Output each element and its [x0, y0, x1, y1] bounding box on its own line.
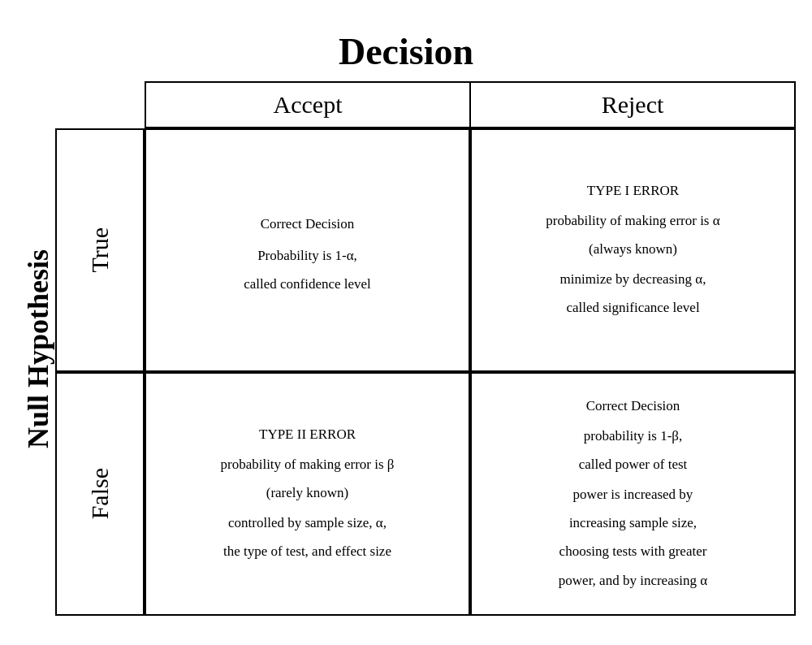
false-label: False	[86, 468, 114, 519]
reject-header: Reject	[470, 81, 796, 128]
false-row-header: False	[55, 372, 145, 616]
tr-line3: minimize by decreasing α,	[546, 268, 719, 290]
true-row-header: True	[55, 128, 145, 372]
corner-cell	[55, 81, 145, 128]
false-reject-cell: Correct Decision probability is 1-β,call…	[470, 372, 796, 616]
true-reject-cell: TYPE I ERROR probability of making error…	[470, 128, 796, 372]
tr-line2: (always known)	[546, 238, 719, 260]
page-container: Decision Null Hypothesis Accept Reject T…	[16, 30, 796, 616]
true-accept-prob: Probability is 1-α,	[244, 245, 371, 266]
null-hypothesis-label: Null Hypothesis	[16, 81, 55, 616]
fa-line2: (rarely known)	[220, 482, 394, 504]
table-area: Accept Reject True Correct DecisionProba…	[55, 81, 796, 616]
accept-header: Accept	[145, 81, 470, 128]
fr-line6: power, and by increasing α	[559, 569, 707, 591]
true-accept-conf: called confidence level	[244, 273, 371, 295]
tr-line1: probability of making error is α	[546, 210, 719, 232]
fr-line1: probability is 1-β,	[559, 425, 707, 447]
false-accept-cell: TYPE II ERROR probability of making erro…	[145, 372, 470, 616]
fa-line3: controlled by sample size, α,	[220, 512, 394, 534]
true-row: True Correct DecisionProbability is 1-α,…	[55, 128, 796, 372]
false-accept-title: TYPE II ERROR	[259, 424, 356, 445]
true-label: True	[86, 227, 114, 273]
false-accept-body: probability of making error is β(rarely …	[220, 453, 394, 563]
fa-line1: probability of making error is β	[220, 453, 394, 475]
true-accept-body: Correct DecisionProbability is 1-α,calle…	[244, 213, 371, 296]
true-accept-correct-decision: Correct Decision	[244, 213, 371, 235]
false-reject-body: probability is 1-β,called power of testp…	[559, 425, 707, 591]
outer-layout: Null Hypothesis Accept Reject True Corre…	[16, 81, 796, 616]
true-reject-body: probability of making error is α(always …	[546, 210, 719, 319]
fa-line4: the type of test, and effect size	[220, 540, 394, 562]
true-reject-title: TYPE I ERROR	[587, 180, 679, 201]
fr-line5: choosing tests with greater	[559, 540, 707, 562]
fr-line2: called power of test	[559, 453, 707, 475]
page-title: Decision	[339, 30, 473, 73]
fr-line3: power is increased by	[559, 483, 707, 505]
false-reject-title: Correct Decision	[586, 396, 680, 417]
fr-line4: increasing sample size,	[559, 512, 707, 534]
tr-line4: called significance level	[546, 297, 719, 318]
true-accept-cell: Correct DecisionProbability is 1-α,calle…	[145, 128, 470, 372]
header-row: Accept Reject	[55, 81, 796, 128]
false-row: False TYPE II ERROR probability of makin…	[55, 372, 796, 616]
